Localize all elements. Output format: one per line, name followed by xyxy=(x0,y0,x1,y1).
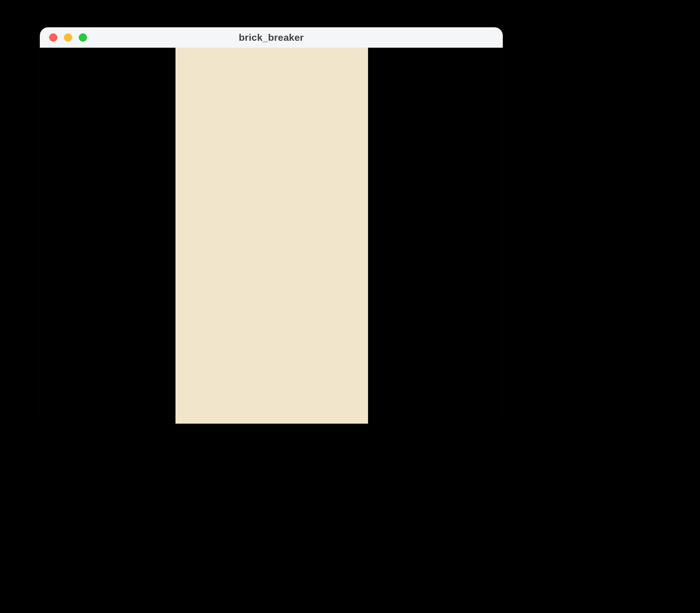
window-content xyxy=(40,48,503,424)
titlebar[interactable]: brick_breaker xyxy=(40,27,503,48)
app-window: brick_breaker xyxy=(40,27,503,424)
traffic-lights xyxy=(40,27,87,48)
maximize-icon[interactable] xyxy=(79,33,87,42)
close-icon[interactable] xyxy=(49,33,57,42)
minimize-icon[interactable] xyxy=(64,33,72,42)
window-title: brick_breaker xyxy=(40,32,503,43)
game-canvas[interactable] xyxy=(175,48,368,424)
